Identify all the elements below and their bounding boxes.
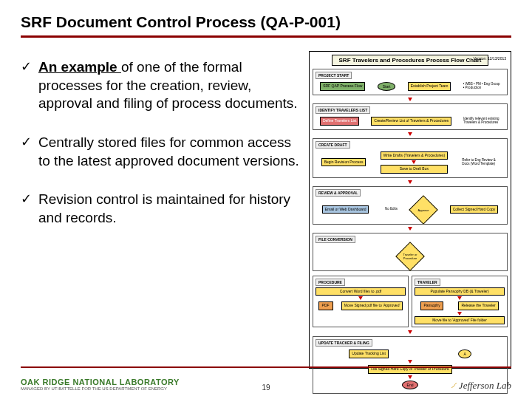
fc-section: FILE CONVERSION Traveler or Procedure (313, 233, 508, 271)
oak-ridge-logo-main: OAK RIDGE NATIONAL LABORATORY (21, 378, 180, 386)
bullet-list: ✓ An example of one of the formal proces… (21, 51, 301, 369)
fc-note: Identify relevant existing Travelers & P… (463, 117, 500, 125)
fc-decision: Traveler or Procedure (395, 242, 425, 271)
arrow-down-icon (408, 132, 412, 136)
arrow-down-icon (358, 296, 363, 300)
flowchart-title: SRF Travelers and Procedures Process Flo… (332, 55, 488, 66)
fc-box: SRF QAP Process Flow (320, 82, 365, 91)
fc-section-label: UPDATE TRACKER & FILING (316, 339, 372, 347)
list-item: ✓ Centrally stored files for common acce… (21, 134, 301, 170)
fc-box: Move Signed pdf file to 'Approved' (341, 301, 403, 310)
arrow-down-icon (457, 312, 462, 316)
fc-box: Release the Traveler (458, 301, 498, 310)
fc-connector: A (458, 349, 471, 358)
fc-box: Email or Web Dashboard (322, 205, 369, 214)
title-underline (21, 35, 511, 38)
slide-title: SRF Document Control Process (QA-P-001) (21, 13, 511, 35)
fc-section: REVIEW & APPROVAL Email or Web Dashboard… (313, 186, 508, 225)
arrow-down-icon (408, 180, 412, 184)
fc-box: Save to Draft Box (381, 165, 448, 174)
page-number: 19 (262, 383, 270, 392)
footer-divider (21, 366, 511, 368)
flowchart-version: Version: 12/13/2013 (474, 56, 506, 61)
oak-ridge-logo-sub: MANAGED BY UT-BATTELLE FOR THE US DEPART… (21, 386, 180, 392)
fc-note: No Edits (385, 208, 398, 211)
oak-ridge-logo: OAK RIDGE NATIONAL LABORATORY MANAGED BY… (21, 378, 180, 392)
fc-section: CREATE DRAFT Begin Revision Process Writ… (313, 138, 508, 178)
checkmark-icon: ✓ (21, 58, 38, 113)
fc-section: TRAVELER Populate Pansophy DB (& Travele… (412, 276, 508, 328)
fc-box: Create/Review List of Travelers & Proced… (371, 117, 451, 126)
bullet-lead: An example (38, 59, 121, 75)
fc-start-oval: Start (378, 82, 396, 91)
fc-section: PROCEDURE Convert Word files to .pdf PDF… (313, 276, 409, 328)
arrow-down-icon (412, 160, 416, 164)
arrow-down-icon (457, 296, 462, 300)
fc-decision: Approve (409, 195, 439, 225)
list-item: ✓ An example of one of the formal proces… (21, 58, 301, 113)
arrow-down-icon (408, 330, 412, 334)
fc-box: Begin Revision Process (321, 158, 366, 167)
checkmark-icon: ✓ (21, 134, 38, 170)
jefferson-lab-logo: ⟋Jefferson Lab (449, 380, 511, 392)
fc-box: Update Tracking List (349, 349, 389, 358)
bullet-text: Centrally stored files for common access… (38, 134, 299, 168)
fc-section: IDENTIFY TRAVELERS LIST Define Travelers… (313, 103, 508, 130)
fc-section-label: IDENTIFY TRAVELERS LIST (316, 106, 370, 114)
fc-section-label: PROJECT START (316, 72, 352, 79)
fc-box: Populate Pansophy DB (& Traveler) (415, 287, 505, 296)
fc-box: Move file to 'Approved' File folder (415, 316, 505, 325)
fc-box: PDF (318, 301, 333, 310)
arrow-down-icon (408, 360, 412, 364)
bullet-text: Revision control is maintained for histo… (38, 191, 290, 225)
fc-box: Define Travelers List (320, 117, 360, 126)
fc-box: Collect Signed Hard Copy (450, 205, 499, 214)
slide-footer: OAK RIDGE NATIONAL LABORATORY MANAGED BY… (0, 378, 532, 392)
fc-note: • WBS • PM • Eng Group • Production (463, 83, 500, 90)
checkmark-icon: ✓ (21, 191, 38, 227)
arrow-down-icon (408, 98, 412, 101)
fc-section-label: CREATE DRAFT (316, 141, 350, 149)
swoosh-icon: ⟋ (449, 380, 459, 391)
fc-section-label: TRAVELER (415, 279, 440, 286)
list-item: ✓ Revision control is maintained for his… (21, 191, 301, 227)
flowchart-image: SRF Travelers and Procedures Process Flo… (309, 51, 511, 369)
arrow-down-icon (408, 227, 412, 231)
fc-section: PROJECT START SRF QAP Process Flow Start… (313, 69, 508, 95)
fc-box: Write Drafts (Travelers & Procedures) (381, 151, 448, 160)
fc-section-label: FILE CONVERSION (316, 236, 355, 243)
fc-box: Pansophy (420, 301, 443, 310)
fc-section-label: PROCEDURE (316, 279, 345, 286)
fc-box: Establish Project Team (408, 82, 451, 91)
fc-box: Convert Word files to .pdf (316, 287, 406, 296)
fc-section-label: REVIEW & APPROVAL (316, 189, 361, 197)
fc-note: Refer to Eng Review & Docs (Word Templat… (462, 159, 499, 166)
